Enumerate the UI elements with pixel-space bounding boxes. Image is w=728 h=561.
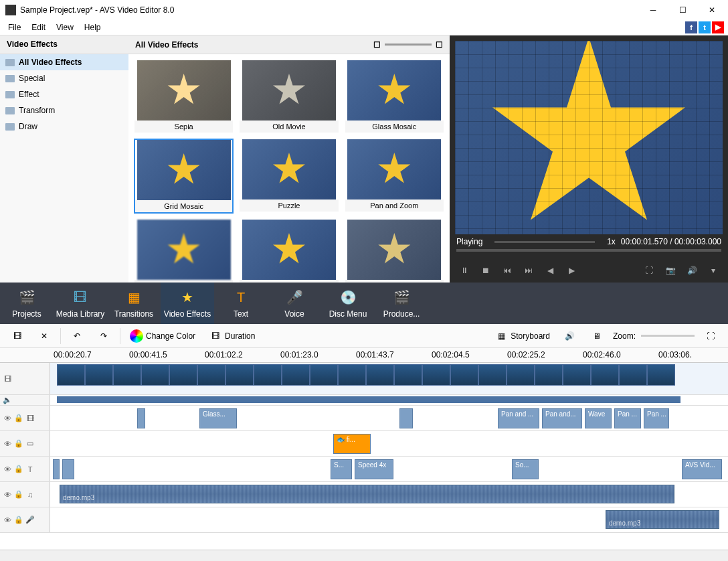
video-audio-track[interactable]: 🔈 bbox=[0, 395, 728, 406]
text-clip[interactable]: S... bbox=[331, 459, 352, 479]
timeline-ruler[interactable]: 00:00:20.700:00:41.500:01:02.200:01:23.0… bbox=[0, 348, 728, 363]
lock-icon[interactable]: 🔒 bbox=[14, 465, 23, 474]
voice-track[interactable]: 👁🔒🎤 demo.mp3 bbox=[0, 507, 728, 533]
eye-icon[interactable]: 👁 bbox=[3, 515, 12, 525]
tool-disc-menu[interactable]: 💿Disc Menu bbox=[321, 283, 375, 324]
video-clip[interactable] bbox=[113, 364, 141, 386]
effect-watercolor[interactable]: Watercolor bbox=[345, 219, 444, 283]
sidebar-item-all-video-effects[interactable]: All Video Effects bbox=[0, 54, 128, 70]
change-color-button[interactable]: Change Color bbox=[126, 327, 199, 345]
effect-pan-and-zoom[interactable]: Pan and Zoom bbox=[345, 139, 444, 214]
video-clip[interactable] bbox=[254, 364, 282, 386]
video-clip[interactable] bbox=[478, 364, 507, 386]
effect-clip[interactable] bbox=[137, 408, 145, 428]
effect-puzzle[interactable]: Puzzle bbox=[239, 139, 339, 214]
video-clip[interactable] bbox=[57, 364, 85, 386]
thumb-large-icon[interactable]: ☐ bbox=[436, 40, 443, 50]
tool-video-effects[interactable]: ★Video Effects bbox=[161, 283, 214, 324]
audio-clip[interactable]: demo.mp3 bbox=[60, 485, 674, 503]
effect-clip[interactable]: Pan ... bbox=[614, 408, 641, 428]
video-clip[interactable] bbox=[85, 364, 113, 386]
sidebar-item-transform[interactable]: Transform bbox=[0, 102, 128, 118]
stop-button[interactable]: ⏹ bbox=[476, 262, 495, 278]
display-button[interactable]: 🖥 bbox=[586, 327, 608, 345]
text-clip[interactable] bbox=[62, 459, 74, 479]
lock-icon[interactable]: 🔒 bbox=[14, 439, 23, 449]
effect-clip[interactable]: Glass... bbox=[199, 408, 237, 428]
lock-icon[interactable]: 🔒 bbox=[14, 490, 23, 499]
redo-button[interactable]: ↷ bbox=[93, 327, 114, 345]
tool-transitions[interactable]: ▦Transitions bbox=[107, 283, 161, 324]
maximize-button[interactable]: ☐ bbox=[668, 1, 697, 19]
twitter-button[interactable]: t bbox=[699, 21, 711, 33]
effect-clip[interactable]: Pan and... bbox=[542, 408, 582, 428]
effect-old-movie[interactable]: Old Movie bbox=[239, 60, 339, 133]
facebook-button[interactable]: f bbox=[685, 21, 697, 33]
effect-glass[interactable]: Glass bbox=[134, 219, 234, 283]
effect-clip[interactable]: Pan and ... bbox=[498, 408, 539, 428]
fit-button[interactable]: ⛶ bbox=[700, 327, 721, 345]
audio-mixer-button[interactable]: 🔊 bbox=[559, 327, 581, 345]
horizontal-scrollbar[interactable] bbox=[0, 550, 728, 561]
video-clip[interactable] bbox=[197, 364, 225, 386]
overlay-clip[interactable]: 🐟 fi... bbox=[333, 434, 371, 454]
text-track[interactable]: 👁🔒T S...Speed 4xSo...AVS Vid... bbox=[0, 457, 728, 482]
prev-button[interactable]: ⏮ bbox=[498, 262, 517, 278]
eye-icon[interactable]: 👁 bbox=[3, 465, 12, 474]
tool-projects[interactable]: 🎬Projects bbox=[0, 283, 54, 324]
effect-clip[interactable] bbox=[399, 408, 413, 428]
eye-icon[interactable]: 👁 bbox=[3, 439, 12, 449]
video-clip[interactable] bbox=[591, 364, 619, 386]
video-clip[interactable] bbox=[619, 364, 647, 386]
step-fwd-button[interactable]: ▶ bbox=[562, 262, 581, 278]
menu-view[interactable]: View bbox=[52, 21, 78, 33]
thumb-size-slider[interactable] bbox=[385, 44, 432, 46]
text-clip[interactable]: Speed 4x bbox=[355, 459, 393, 479]
video-clip[interactable] bbox=[310, 364, 338, 386]
effect-clip[interactable]: Wave bbox=[585, 408, 612, 428]
video-track[interactable]: 🎞 bbox=[0, 363, 728, 395]
volume-button[interactable]: 🔊 bbox=[682, 262, 701, 278]
youtube-button[interactable]: ▶ bbox=[712, 21, 724, 33]
duration-button[interactable]: 🎞Duration bbox=[205, 327, 259, 345]
effects-track[interactable]: 👁🔒🎞 Glass...Pan and ...Pan and...WavePan… bbox=[0, 406, 728, 431]
video-clip[interactable] bbox=[282, 364, 310, 386]
video-clip[interactable] bbox=[535, 364, 563, 386]
seek-slider[interactable] bbox=[456, 249, 721, 252]
text-clip[interactable]: So... bbox=[512, 459, 539, 479]
effect-sepia[interactable]: Sepia bbox=[134, 60, 234, 133]
step-back-button[interactable]: ◀ bbox=[541, 262, 559, 278]
lock-icon[interactable]: 🔒 bbox=[14, 414, 23, 423]
sidebar-item-draw[interactable]: Draw bbox=[0, 118, 128, 135]
video-clip[interactable] bbox=[507, 364, 535, 386]
undo-button[interactable]: ↶ bbox=[66, 327, 88, 345]
tool-text[interactable]: TText bbox=[214, 283, 268, 324]
next-button[interactable]: ⏭ bbox=[519, 262, 538, 278]
audio-track[interactable]: 👁🔒♫ demo.mp3 bbox=[0, 482, 728, 507]
sidebar-item-special[interactable]: Special bbox=[0, 70, 128, 86]
delete-button[interactable]: ✕ bbox=[33, 327, 55, 345]
video-clip[interactable] bbox=[563, 364, 591, 386]
tool-produce-[interactable]: 🎬Produce... bbox=[375, 283, 428, 324]
zoom-slider[interactable] bbox=[641, 335, 695, 337]
menu-edit[interactable]: Edit bbox=[27, 21, 50, 33]
video-clip[interactable] bbox=[169, 364, 197, 386]
sidebar-item-effect[interactable]: Effect bbox=[0, 86, 128, 102]
film-button[interactable]: 🎞 bbox=[7, 327, 28, 345]
lock-icon[interactable]: 🔒 bbox=[14, 515, 23, 525]
video-clip[interactable] bbox=[647, 364, 675, 386]
menu-file[interactable]: File bbox=[4, 21, 25, 33]
menu-help[interactable]: Help bbox=[80, 21, 105, 33]
effect-snow[interactable]: Snow bbox=[239, 219, 339, 283]
text-clip[interactable]: AVS Vid... bbox=[682, 459, 722, 479]
tool-media-library[interactable]: 🎞Media Library bbox=[54, 283, 107, 324]
effect-clip[interactable]: Pan ... bbox=[644, 408, 669, 428]
more-button[interactable]: ▾ bbox=[704, 262, 723, 278]
video-clip[interactable] bbox=[338, 364, 366, 386]
video-clip[interactable] bbox=[366, 364, 394, 386]
voice-clip[interactable]: demo.mp3 bbox=[606, 510, 719, 529]
minimize-button[interactable]: ─ bbox=[638, 1, 668, 19]
text-clip[interactable] bbox=[53, 459, 60, 479]
snapshot-button[interactable]: 📷 bbox=[661, 262, 680, 278]
speed-slider[interactable] bbox=[494, 241, 595, 243]
